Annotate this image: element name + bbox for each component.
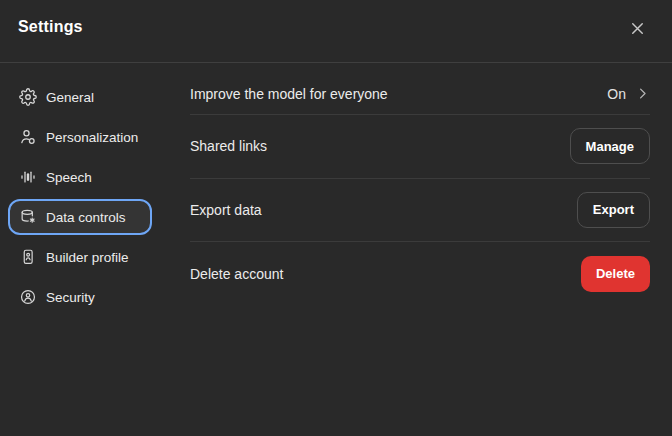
setting-row-export-data: Export data Export (190, 179, 650, 243)
setting-row-delete-account: Delete account Delete (190, 242, 650, 306)
waveform-icon (19, 168, 37, 186)
row-label: Shared links (190, 138, 267, 154)
settings-dialog: Settings General Pe (0, 0, 672, 436)
row-label: Export data (190, 202, 262, 218)
sidebar-item-general[interactable]: General (8, 79, 152, 115)
improve-model-link[interactable]: On (607, 86, 650, 102)
setting-row-improve-model: Improve the model for everyone On (190, 73, 650, 115)
sidebar-item-label: Builder profile (46, 250, 129, 265)
dialog-body: General Personalization Speech (0, 63, 672, 436)
sidebar-item-speech[interactable]: Speech (8, 159, 152, 195)
close-icon (628, 19, 647, 38)
sidebar-item-personalization[interactable]: Personalization (8, 119, 152, 155)
id-card-icon (19, 248, 37, 266)
sidebar-item-data-controls[interactable]: Data controls (8, 199, 152, 235)
page-title: Settings (18, 18, 83, 36)
sidebar-item-label: General (46, 90, 94, 105)
setting-row-shared-links: Shared links Manage (190, 115, 650, 179)
improve-model-value: On (607, 86, 626, 102)
sidebar-item-label: Data controls (46, 210, 126, 225)
sidebar-item-label: Personalization (46, 130, 138, 145)
sidebar-item-security[interactable]: Security (8, 279, 152, 315)
dialog-header: Settings (0, 0, 672, 63)
export-button[interactable]: Export (577, 192, 650, 228)
sidebar-item-label: Security (46, 290, 95, 305)
sidebar-item-label: Speech (46, 170, 92, 185)
sidebar: General Personalization Speech (0, 63, 152, 436)
row-label: Delete account (190, 266, 283, 282)
person-icon (19, 128, 37, 146)
manage-button[interactable]: Manage (570, 128, 650, 164)
row-label: Improve the model for everyone (190, 86, 388, 102)
sidebar-item-builder-profile[interactable]: Builder profile (8, 239, 152, 275)
chevron-right-icon (635, 86, 650, 101)
gear-icon (19, 88, 37, 106)
settings-panel: Improve the model for everyone On Shared… (152, 63, 672, 436)
database-icon (19, 208, 37, 226)
close-button[interactable] (624, 16, 650, 42)
badge-icon (19, 288, 37, 306)
delete-button[interactable]: Delete (581, 256, 650, 292)
